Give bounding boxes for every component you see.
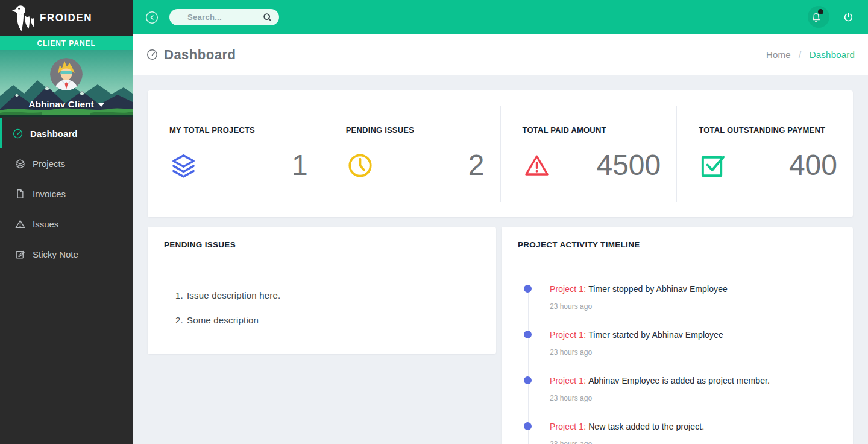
timeline-dot-icon [524,422,532,430]
issue-text: Issue description here. [187,290,281,300]
sidebar-item-sticky-note[interactable]: Sticky Note [0,239,133,269]
timeline-dot-icon [524,376,532,384]
file-icon [14,188,26,200]
brand-name: FROIDEN [40,12,92,24]
stat-my-total-projects: MY TOTAL PROJECTS 1 [148,106,324,202]
timeline-event-text: Abhinav Employee is added as project mem… [588,376,770,385]
sidebar-menu: Dashboard Projects Invoices Issues [0,117,133,444]
sidebar-item-label: Issues [33,219,58,229]
timeline-timestamp: 23 hours ago [550,394,838,402]
search-input[interactable] [187,13,266,22]
speedometer-icon [146,48,159,61]
layers-icon [14,158,26,170]
sidebar-item-invoices[interactable]: Invoices [0,179,133,209]
power-icon[interactable] [843,11,854,23]
stat-value: 400 [789,150,837,181]
speedometer-icon [12,128,24,139]
page-header: Dashboard Home / Dashboard [133,34,868,75]
breadcrumb-home-link[interactable]: Home [766,49,791,60]
pending-issues-list: 1.Issue description here. 2.Some descrip… [148,262,496,325]
brand-logo-bar[interactable]: FROIDEN [0,0,133,36]
note-edit-icon [14,249,26,260]
search-icon[interactable] [262,12,272,22]
stat-total-paid-amount: TOTAL PAID AMOUNT 4500 [501,106,678,202]
sidebar-item-projects[interactable]: Projects [0,148,133,179]
timeline-timestamp: 23 hours ago [550,302,838,311]
project-link[interactable]: Project 1: [550,284,586,294]
clock-icon [346,151,374,180]
timeline-event-text: Timer started by Abhinav Employee [588,330,723,340]
collapse-arrow-circle-icon[interactable] [145,10,159,25]
breadcrumb-separator: / [799,49,801,60]
stats-card: MY TOTAL PROJECTS 1 PENDING ISSUES [148,90,853,217]
content-area: MY TOTAL PROJECTS 1 PENDING ISSUES [133,75,868,444]
timeline-text: Project 1:Abhinav Employee is added as p… [550,376,838,385]
timeline-dot-icon [524,331,532,338]
avatar[interactable] [50,58,83,90]
timeline-event-text: New task added to the project. [588,422,704,431]
warning-triangle-icon [14,218,26,230]
profile-section: Abhinav Client [0,50,133,117]
topbar-actions [810,11,856,24]
sidebar-item-label: Projects [33,159,65,169]
timeline-timestamp: 23 hours ago [550,348,838,357]
timeline-event-text: Timer stopped by Abhinav Employee [588,284,728,294]
topbar [133,0,868,34]
timeline-text: Project 1:Timer stopped by Abhinav Emplo… [550,284,838,294]
layers-icon [169,151,198,180]
sidebar-item-label: Dashboard [30,128,77,139]
breadcrumb: Home / Dashboard [766,49,855,60]
issue-number: 1. [175,290,183,300]
notification-badge [818,9,823,14]
pending-issues-panel: PENDING ISSUES 1.Issue description here.… [148,227,496,354]
stat-value: 4500 [596,150,661,181]
stat-label: TOTAL PAID AMOUNT [523,125,661,135]
timeline-dot-icon [524,285,532,293]
timeline-title: PROJECT ACTIVITY TIMELINE [502,227,853,262]
panel-label-bar: CLIENT PANEL [0,36,133,50]
list-item: 2.Some description [175,315,484,325]
timeline-list: Project 1:Timer stopped by Abhinav Emplo… [502,262,853,444]
avatar-illustration [50,58,83,90]
issue-number: 2. [175,315,183,325]
main-column: Dashboard Home / Dashboard MY TOTAL PROJ… [133,0,868,444]
bottom-row: PENDING ISSUES 1.Issue description here.… [148,227,853,444]
project-activity-timeline-panel: PROJECT ACTIVITY TIMELINE Project 1:Time… [502,227,853,444]
stat-pending-issues: PENDING ISSUES 2 [324,106,501,202]
stat-value: 1 [292,150,308,181]
user-name: Abhinav Client [28,99,94,110]
sidebar: FROIDEN CLIENT PANEL [0,0,133,444]
list-item: 1.Issue description here. [175,290,484,300]
panel-label: CLIENT PANEL [37,39,95,48]
stat-label: TOTAL OUTSTANDING PAYMENT [699,125,837,135]
stat-label: PENDING ISSUES [346,125,485,135]
stat-label: MY TOTAL PROJECTS [169,125,308,135]
timeline-item: Project 1:New task added to the project.… [502,422,838,444]
project-link[interactable]: Project 1: [550,376,586,385]
client-panel-app: FROIDEN CLIENT PANEL [0,0,868,444]
bell-icon[interactable] [810,11,823,24]
timeline-timestamp: 23 hours ago [550,440,838,444]
check-square-icon [699,151,727,180]
user-dropdown[interactable]: Abhinav Client [0,99,133,110]
timeline-item: Project 1:Abhinav Employee is added as p… [502,376,838,402]
timeline-text: Project 1:New task added to the project. [550,422,838,431]
chevron-down-icon [98,103,104,107]
sidebar-item-label: Invoices [33,189,66,199]
breadcrumb-current: Dashboard [810,49,855,60]
project-link[interactable]: Project 1: [550,330,586,340]
stat-value: 2 [468,150,485,181]
timeline-text: Project 1:Timer started by Abhinav Emplo… [550,330,838,340]
timeline-item: Project 1:Timer stopped by Abhinav Emplo… [502,284,838,311]
pending-issues-title: PENDING ISSUES [148,227,496,262]
sidebar-item-dashboard[interactable]: Dashboard [0,118,133,148]
timeline-item: Project 1:Timer started by Abhinav Emplo… [502,330,838,357]
stat-total-outstanding-payment: TOTAL OUTSTANDING PAYMENT 400 [677,106,853,202]
issue-text: Some description [187,315,259,325]
bird-logo-icon [6,4,35,33]
sidebar-item-label: Sticky Note [33,249,78,259]
search-bar [169,9,279,25]
page-title: Dashboard [164,47,236,63]
project-link[interactable]: Project 1: [550,422,586,431]
sidebar-item-issues[interactable]: Issues [0,209,133,239]
